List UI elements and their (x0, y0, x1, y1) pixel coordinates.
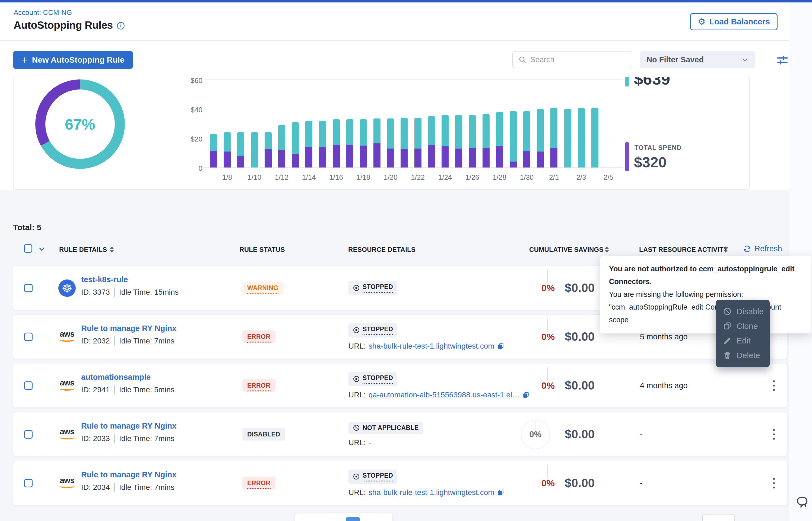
row-actions-kebab-icon[interactable] (766, 363, 782, 407)
bar-slot: 1/10 (248, 80, 261, 167)
resource-url-link[interactable]: - (368, 438, 371, 447)
resource-url-line: URL: qa-automation-alb-515563988.us-east… (348, 391, 530, 399)
row-actions-kebab-icon[interactable] (766, 461, 782, 505)
bar-slot (561, 80, 574, 167)
rule-status-badge: ERROR (242, 331, 275, 343)
bar-segment-spend (483, 148, 490, 167)
bar-slot (343, 80, 357, 167)
aws-icon: aws (58, 330, 76, 345)
menu-item-disable[interactable]: Disable (723, 307, 763, 316)
stacked-bar (564, 80, 571, 167)
bar-slot: 1/18 (357, 80, 370, 167)
filter-sliders-icon[interactable] (776, 53, 789, 66)
bar-segment-savings (223, 132, 231, 151)
x-axis-tick-label: 2/5 (603, 173, 613, 182)
table-row: ☸ aws automationsample ID: 2941 Idle Tim… (13, 363, 787, 408)
cumulative-savings-percent: 0% (514, 363, 555, 407)
menu-label-delete: Delete (736, 351, 760, 360)
rule-subtext: ID: 2033 Idle Time: 7mins (81, 434, 174, 443)
savings-percent-text: 0% (541, 332, 555, 342)
row-checkbox[interactable] (24, 381, 33, 390)
sort-cumulative-savings-icon[interactable] (605, 245, 609, 253)
stacked-bar (360, 80, 367, 167)
menu-item-clone[interactable]: Clone (723, 321, 763, 331)
bar-segment-spend (292, 154, 299, 167)
row-checkbox[interactable] (24, 430, 33, 438)
rule-status-text: WARNING (247, 285, 278, 294)
bar-slot (452, 80, 466, 167)
chat-help-icon[interactable] (795, 496, 809, 511)
saved-filter-value: No Filter Saved (646, 55, 704, 64)
x-axis-tick-label: 1/24 (438, 173, 452, 182)
bar-segment-savings (319, 121, 326, 147)
bar-slot: 1/16 (329, 80, 343, 167)
bar-segment-spend (319, 147, 326, 167)
col-rule-details: RULE DETAILS (59, 246, 107, 253)
select-all-checkbox[interactable] (24, 244, 32, 253)
copy-icon[interactable] (497, 342, 504, 350)
search-input[interactable] (530, 55, 625, 64)
rule-id: ID: 2034 (81, 483, 110, 492)
resource-url-link[interactable]: qa-automation-alb-515563988.us-east-1.el… (368, 391, 520, 399)
rule-status-text: ERROR (247, 382, 271, 391)
bar-slot (234, 80, 248, 167)
rule-status-text: ERROR (247, 479, 271, 489)
stacked-bar (346, 80, 354, 167)
bar-slot (261, 80, 275, 167)
rule-name-link[interactable]: Rule to manage RY Nginx (81, 324, 176, 333)
sort-rule-details-icon[interactable] (110, 245, 114, 253)
chevron-down-icon (742, 56, 748, 63)
menu-label-edit: Edit (736, 336, 751, 345)
tooltip-line: You are missing the following permission… (609, 288, 803, 301)
bar-slot: 1/28 (493, 80, 507, 167)
refresh-button[interactable]: Refresh (743, 244, 782, 253)
sort-last-activity-icon[interactable] (724, 245, 728, 253)
rule-status-badge: ERROR (242, 477, 275, 490)
stopped-icon (353, 473, 360, 480)
bar-slot: 1/26 (466, 80, 479, 167)
cumulative-savings-percent: 0% (514, 266, 555, 310)
menu-item-edit[interactable]: Edit (723, 336, 763, 345)
resource-state-badge: STOPPED (348, 470, 397, 484)
menu-item-delete[interactable]: Delete (723, 351, 763, 360)
bar-segment-spend (523, 151, 530, 167)
load-balancers-button[interactable]: ⚙ Load Balancers (690, 13, 777, 30)
bar-segment-spend (237, 156, 244, 167)
rule-idle-time: Idle Time: 5mins (119, 385, 174, 394)
saved-filter-select[interactable]: No Filter Saved (640, 51, 755, 68)
rule-name-link[interactable]: Rule to manage RY Nginx (81, 470, 176, 479)
info-icon[interactable] (117, 22, 125, 30)
row-checkbox[interactable] (24, 479, 33, 488)
resource-url-link[interactable]: sha-bulk-rule-test-1.lightwingtest.com (368, 488, 494, 497)
bar-segment-savings (401, 118, 408, 149)
row-checkbox[interactable] (24, 284, 33, 292)
new-autostopping-rule-button[interactable]: + New AutoStopping Rule (13, 51, 133, 69)
pagination-current-page[interactable] (346, 517, 360, 521)
stacked-bar (264, 80, 272, 167)
bottom-partial-button[interactable] (702, 514, 735, 521)
search-icon (518, 55, 527, 64)
pagination[interactable] (295, 514, 392, 521)
disable-icon (723, 307, 732, 316)
resource-state-text: STOPPED (363, 375, 393, 384)
account-breadcrumb[interactable]: Account: CCM-NG (14, 8, 72, 17)
total-savings-legend-bar (625, 77, 629, 87)
last-resource-activity: - (640, 461, 643, 505)
row-checkbox[interactable] (24, 333, 33, 341)
new-rule-label: New AutoStopping Rule (32, 55, 125, 65)
rule-subtext: ID: 2032 Idle Time: 7mins (81, 336, 174, 346)
rule-name-link[interactable]: test-k8s-rule (81, 275, 128, 284)
resource-url-link[interactable]: sha-bulk-rule-test-1.lightwingtest.com (368, 342, 494, 350)
row-actions-kebab-icon[interactable] (766, 412, 782, 456)
rule-status-badge: WARNING (242, 281, 283, 294)
select-menu-chevron-icon[interactable] (38, 245, 46, 253)
subtext-divider (114, 288, 115, 297)
bar-segment-savings (292, 122, 299, 154)
copy-icon[interactable] (497, 489, 504, 496)
rule-name-link[interactable]: automationsample (81, 373, 151, 382)
bar-segment-spend (496, 146, 503, 167)
bar-segment-savings (360, 119, 367, 145)
rule-name-link[interactable]: Rule to manage RY Nginx (81, 422, 176, 430)
not-applicable-icon (353, 424, 360, 431)
bar-segment-spend (305, 147, 312, 167)
